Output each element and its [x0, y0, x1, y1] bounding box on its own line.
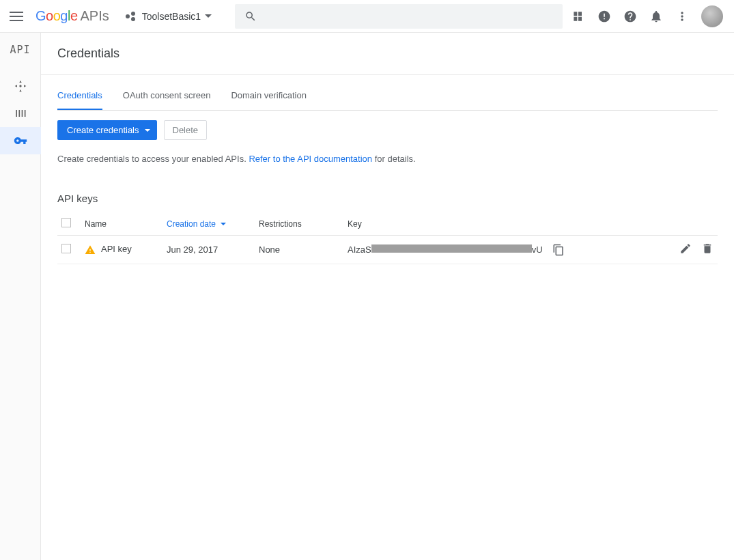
- key-suffix: vU: [532, 244, 543, 255]
- menu-icon[interactable]: [8, 8, 25, 25]
- help-text: Create credentials to access your enable…: [57, 154, 718, 164]
- help-prefix: Create credentials to access your enable…: [57, 154, 249, 164]
- col-creation-date[interactable]: Creation date: [163, 212, 255, 236]
- notifications-icon[interactable]: [649, 10, 663, 23]
- row-name[interactable]: API key: [101, 244, 132, 254]
- user-avatar[interactable]: [701, 5, 723, 27]
- rail-dashboard[interactable]: [0, 72, 41, 100]
- copy-icon[interactable]: [552, 244, 565, 256]
- chevron-down-icon: [205, 14, 212, 18]
- rail-credentials[interactable]: [0, 127, 41, 154]
- create-credentials-button[interactable]: Create credentials: [57, 120, 157, 140]
- search-input[interactable]: [264, 11, 553, 22]
- page-header: Credentials: [41, 33, 734, 75]
- help-suffix: for details.: [372, 154, 416, 164]
- tab-credentials[interactable]: Credentials: [57, 81, 102, 110]
- search-icon: [244, 10, 257, 23]
- project-icon: [126, 10, 138, 23]
- actions-row: Create credentials Delete: [57, 120, 718, 140]
- content: Credentials Credentials OAuth consent sc…: [41, 33, 734, 560]
- api-keys-table: Name Creation date Restrictions Key: [57, 212, 718, 264]
- gift-icon[interactable]: [571, 10, 585, 23]
- library-icon: [14, 107, 27, 120]
- search-bar[interactable]: [235, 4, 563, 29]
- tab-oauth-consent[interactable]: OAuth consent screen: [123, 81, 211, 110]
- create-credentials-label: Create credentials: [67, 125, 139, 135]
- key-icon: [14, 134, 27, 148]
- google-logo: Google: [36, 8, 78, 24]
- svg-point-0: [19, 85, 21, 87]
- project-selector[interactable]: ToolsetBasic1: [126, 10, 212, 23]
- more-vertical-icon[interactable]: [675, 10, 689, 23]
- row-key: AIzaSvU: [348, 244, 659, 256]
- project-name: ToolsetBasic1: [142, 11, 201, 22]
- tab-domain-verification[interactable]: Domain verification: [231, 81, 307, 110]
- delete-icon[interactable]: [701, 242, 714, 255]
- sort-down-icon: [221, 223, 226, 225]
- select-all-checkbox[interactable]: [61, 218, 71, 227]
- top-icons: [571, 5, 729, 27]
- google-apis-logo[interactable]: Google APIs: [36, 8, 109, 24]
- key-redacted: [371, 244, 532, 253]
- api-label: API: [10, 44, 30, 56]
- top-bar: Google APIs ToolsetBasic1: [0, 0, 734, 33]
- delete-button[interactable]: Delete: [164, 120, 208, 140]
- warning-icon: [85, 244, 96, 255]
- api-documentation-link[interactable]: Refer to the API documentation: [249, 154, 372, 164]
- apis-label: APIs: [81, 8, 109, 24]
- row-restrictions: None: [255, 236, 343, 264]
- page-title: Credentials: [57, 46, 119, 61]
- rail-library[interactable]: [0, 100, 41, 127]
- alert-icon[interactable]: [597, 10, 611, 23]
- left-rail: API: [0, 33, 41, 560]
- row-date: Jun 29, 2017: [163, 236, 255, 264]
- chevron-down-icon: [145, 129, 150, 132]
- col-name[interactable]: Name: [81, 212, 163, 236]
- col-creation-date-label: Creation date: [167, 219, 216, 229]
- edit-icon[interactable]: [679, 242, 692, 255]
- col-key[interactable]: Key: [343, 212, 663, 236]
- key-prefix: AIzaS: [348, 244, 371, 255]
- col-restrictions[interactable]: Restrictions: [255, 212, 343, 236]
- tabs: Credentials OAuth consent screen Domain …: [57, 81, 718, 111]
- help-icon[interactable]: [623, 10, 637, 23]
- table-row: API key Jun 29, 2017 None AIzaSvU: [57, 236, 718, 264]
- dashboard-icon: [14, 79, 27, 93]
- api-keys-section-title: API keys: [57, 193, 718, 204]
- row-checkbox[interactable]: [61, 244, 71, 253]
